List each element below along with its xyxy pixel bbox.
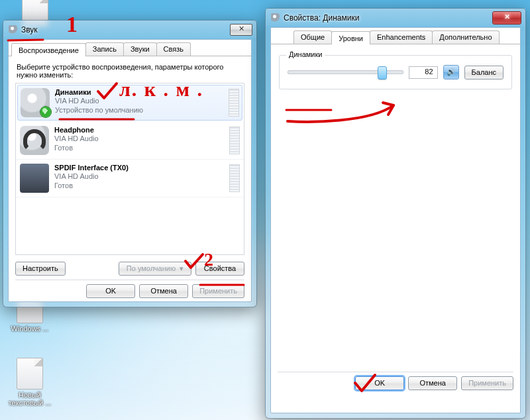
apply-button[interactable]: Применить	[192, 284, 244, 298]
tab-bar: Общие Уровни Enhancements Дополнительно	[271, 28, 520, 44]
headphone-icon	[20, 126, 49, 155]
instruction-text: Выберите устройство воспроизведения, пар…	[9, 56, 251, 83]
tab-communications[interactable]: Связь	[156, 42, 191, 56]
window-title: Звук	[21, 25, 38, 34]
properties-button[interactable]: Свойства	[195, 262, 244, 276]
level-meter	[229, 89, 239, 117]
desktop: Windows ... Новый текстовый ... Звук ✕ В…	[0, 0, 530, 420]
sound-window: Звук ✕ Воспроизведение Запись Звуки Связ…	[3, 20, 257, 307]
cancel-button[interactable]: Отмена	[139, 284, 188, 298]
device-name: Headphone	[54, 126, 225, 134]
spdif-icon	[20, 164, 49, 193]
tab-sounds[interactable]: Звуки	[123, 42, 157, 56]
titlebar[interactable]: Звук ✕	[3, 21, 256, 38]
group-legend: Динамики	[286, 50, 325, 58]
default-check-icon: ✓	[40, 107, 51, 117]
tab-levels[interactable]: Уровни	[331, 31, 370, 44]
apply-button[interactable]: Применить	[461, 376, 513, 390]
tab-general[interactable]: Общие	[293, 30, 332, 44]
tab-recording[interactable]: Запись	[85, 42, 124, 56]
tab-bar: Воспроизведение Запись Звуки Связь	[9, 40, 251, 56]
level-meter	[229, 164, 240, 192]
window-title: Свойства: Динамики	[284, 13, 359, 23]
device-driver: VIA HD Audio	[54, 134, 225, 143]
icon-label: Новый текстовый ...	[4, 391, 56, 407]
device-state: Готов	[54, 181, 225, 190]
speakers-icon: ✓	[21, 88, 50, 117]
speaker-icon	[9, 25, 18, 34]
client-area: Воспроизведение Запись Звуки Связь Выбер…	[8, 39, 252, 302]
close-button[interactable]: ✕	[492, 11, 521, 25]
speakers-level-group: Динамики 82 🔊 Баланс	[279, 55, 512, 89]
chevron-down-icon: ▾	[180, 264, 184, 272]
titlebar[interactable]: Свойства: Динамики ✕	[266, 9, 525, 26]
device-name: Динамики	[55, 88, 225, 96]
slider-thumb[interactable]	[378, 66, 387, 79]
volume-slider[interactable]	[288, 70, 403, 74]
device-list[interactable]: ✓ Динамики VIA HD Audio Устройство по ум…	[15, 83, 244, 255]
tab-enhancements[interactable]: Enhancements	[370, 30, 433, 44]
mute-toggle[interactable]: 🔊	[443, 65, 459, 79]
configure-button[interactable]: Настроить	[15, 262, 66, 276]
tab-advanced[interactable]: Дополнительно	[432, 30, 499, 44]
cancel-button[interactable]: Отмена	[408, 376, 457, 390]
set-default-label: По умолчанию	[127, 264, 176, 272]
icon-label: Windows ...	[4, 325, 56, 333]
tab-playback[interactable]: Воспроизведение	[11, 43, 86, 56]
file-icon	[17, 358, 43, 390]
level-meter	[229, 127, 240, 154]
device-name: SPDIF Interface (TX0)	[54, 164, 225, 172]
desktop-shortcut[interactable]: Новый текстовый ...	[4, 358, 56, 407]
device-row-speakers[interactable]: ✓ Динамики VIA HD Audio Устройство по ум…	[17, 85, 242, 121]
ok-button[interactable]: OK	[355, 376, 404, 390]
device-driver: VIA HD Audio	[54, 172, 225, 181]
device-driver: VIA HD Audio	[55, 96, 225, 105]
set-default-button[interactable]: По умолчанию▾	[119, 262, 191, 276]
client-area: Общие Уровни Enhancements Дополнительно …	[270, 27, 521, 413]
ok-button[interactable]: OK	[86, 284, 135, 298]
close-button[interactable]: ✕	[230, 24, 252, 36]
properties-window: Свойства: Динамики ✕ Общие Уровни Enhanc…	[265, 8, 526, 419]
device-state: Устройство по умолчанию	[55, 105, 225, 115]
volume-value[interactable]: 82	[409, 66, 438, 79]
device-state: Готов	[54, 143, 225, 152]
speaker-icon	[271, 13, 280, 23]
device-row-headphone[interactable]: Headphone VIA HD Audio Готов	[16, 122, 244, 160]
balance-button[interactable]: Баланс	[464, 66, 504, 79]
device-row-spdif[interactable]: SPDIF Interface (TX0) VIA HD Audio Готов	[16, 160, 244, 197]
